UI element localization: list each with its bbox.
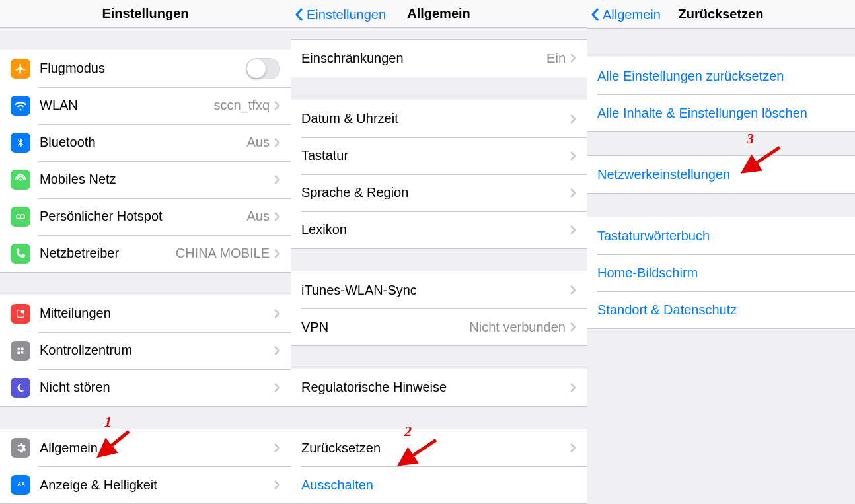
chevron-right-icon: [570, 382, 576, 393]
svg-rect-5: [17, 351, 20, 354]
airplane-switch[interactable]: [246, 58, 280, 79]
row-reset-keyboard-dict[interactable]: Tastaturwörterbuch: [587, 217, 855, 254]
svg-point-0: [17, 215, 20, 219]
chevron-right-icon: [274, 308, 280, 319]
row-label: Einschränkungen: [301, 51, 546, 66]
row-label: Flugmodus: [40, 61, 246, 76]
row-dnd[interactable]: Nicht stören: [0, 369, 291, 406]
reset-group-2: Netzwerkeinstellungen: [587, 155, 855, 194]
row-label: Sprache & Region: [301, 185, 570, 200]
row-label: WLAN: [40, 98, 214, 113]
back-button[interactable]: Allgemein: [591, 0, 661, 29]
chevron-right-icon: [274, 174, 280, 185]
row-lexicon[interactable]: Lexikon: [291, 211, 587, 248]
chevron-right-icon: [274, 137, 280, 148]
chevron-right-icon: [274, 443, 280, 453]
row-datetime[interactable]: Datum & Uhrzeit: [291, 100, 587, 137]
row-value: CHINA MOBILE: [176, 246, 270, 261]
back-label: Einstellungen: [307, 7, 386, 22]
reset-group-3: Tastaturwörterbuch Home-Bildschirm Stand…: [587, 217, 855, 329]
group-restrictions: Einschränkungen Ein: [291, 39, 587, 77]
carrier-icon: [11, 244, 30, 264]
wifi-icon: [11, 96, 30, 116]
row-label: iTunes-WLAN-Sync: [301, 283, 570, 298]
group-connectivity: Flugmodus WLAN sccn_tfxq Bluetooth Aus: [0, 50, 291, 273]
row-label: Home-Bildschirm: [597, 266, 844, 281]
row-carrier[interactable]: Netzbetreiber CHINA MOBILE: [0, 235, 291, 272]
row-cellular[interactable]: Mobiles Netz: [0, 161, 291, 198]
row-label: Tastatur: [301, 148, 570, 163]
settings-panel: Einstellungen Flugmodus WLAN sccn_tfxq: [0, 0, 291, 504]
chevron-right-icon: [570, 114, 576, 124]
bluetooth-icon: [11, 133, 30, 153]
back-label: Allgemein: [603, 7, 661, 22]
row-reset-homescreen[interactable]: Home-Bildschirm: [587, 254, 855, 291]
reset-group-1: Alle Einstellungen zurücksetzen Alle Inh…: [587, 57, 855, 132]
svg-text:AA: AA: [17, 482, 25, 487]
row-vpn[interactable]: VPN Nicht verbunden: [291, 308, 587, 345]
notifications-icon: [11, 304, 30, 324]
back-button[interactable]: Einstellungen: [295, 0, 386, 29]
row-reset-location[interactable]: Standort & Datenschutz: [587, 291, 855, 328]
svg-point-6: [21, 351, 24, 354]
chevron-right-icon: [570, 285, 576, 295]
row-value: Aus: [247, 209, 270, 224]
general-icon: [11, 438, 30, 458]
row-display[interactable]: AA Anzeige & Helligkeit: [0, 466, 291, 503]
row-label: Lexikon: [301, 222, 570, 237]
chevron-right-icon: [274, 100, 280, 111]
row-language[interactable]: Sprache & Region: [291, 174, 587, 211]
chevron-right-icon: [274, 382, 280, 393]
row-label: Alle Einstellungen zurücksetzen: [597, 69, 844, 84]
row-label: Mitteilungen: [40, 306, 274, 321]
row-label: VPN: [301, 320, 469, 335]
row-reset-network[interactable]: Netzwerkeinstellungen: [587, 156, 855, 193]
row-keyboard[interactable]: Tastatur: [291, 137, 587, 174]
row-airplane[interactable]: Flugmodus: [0, 50, 291, 87]
row-erase-all[interactable]: Alle Inhalte & Einstellungen löschen: [587, 94, 855, 131]
row-label: Regulatorische Hinweise: [301, 380, 570, 395]
row-label: Persönlicher Hotspot: [40, 209, 247, 224]
row-bluetooth[interactable]: Bluetooth Aus: [0, 124, 291, 161]
row-general[interactable]: Allgemein: [0, 429, 291, 466]
chevron-right-icon: [570, 53, 576, 63]
row-regulatory[interactable]: Regulatorische Hinweise: [291, 369, 587, 406]
group-itunes: iTunes-WLAN-Sync VPN Nicht verbunden: [291, 271, 587, 346]
row-wlan[interactable]: WLAN sccn_tfxq: [0, 87, 291, 124]
row-notifications[interactable]: Mitteilungen: [0, 295, 291, 332]
hotspot-icon: [11, 207, 30, 227]
chevron-right-icon: [570, 151, 576, 161]
svg-point-4: [17, 347, 20, 350]
page-title: Einstellungen: [102, 6, 188, 21]
row-reset-all-settings[interactable]: Alle Einstellungen zurücksetzen: [587, 57, 855, 94]
row-value: Ein: [546, 51, 566, 66]
row-reset[interactable]: Zurücksetzen: [291, 429, 587, 466]
row-hotspot[interactable]: Persönlicher Hotspot Aus: [0, 198, 291, 235]
row-label: Allgemein: [40, 441, 274, 456]
row-label: Nicht stören: [40, 380, 274, 395]
row-label: Ausschalten: [301, 478, 576, 493]
chevron-right-icon: [274, 345, 280, 356]
row-restrictions[interactable]: Einschränkungen Ein: [291, 40, 587, 77]
row-label: Kontrollzentrum: [40, 343, 274, 358]
row-label: Anzeige & Helligkeit: [40, 478, 274, 493]
cellular-icon: [11, 170, 30, 190]
row-shutdown[interactable]: Ausschalten: [291, 466, 587, 503]
group-reset: Zurücksetzen Ausschalten: [291, 429, 587, 504]
chevron-right-icon: [570, 443, 576, 453]
group-general: Allgemein AA Anzeige & Helligkeit: [0, 429, 291, 504]
row-itunes-sync[interactable]: iTunes-WLAN-Sync: [291, 271, 587, 308]
page-title: Zurücksetzen: [679, 7, 764, 22]
row-label: Zurücksetzen: [301, 441, 570, 456]
header-reset: Allgemein Zurücksetzen: [587, 0, 855, 29]
row-value: Nicht verbunden: [469, 320, 566, 335]
airplane-icon: [11, 59, 30, 79]
row-value: Aus: [247, 135, 270, 150]
reset-panel: Allgemein Zurücksetzen Alle Einstellunge…: [587, 0, 855, 504]
svg-point-3: [21, 310, 24, 313]
row-label: Mobiles Netz: [40, 172, 274, 187]
row-label: Netzbetreiber: [40, 246, 176, 261]
row-control-center[interactable]: Kontrollzentrum: [0, 332, 291, 369]
chevron-right-icon: [274, 480, 280, 490]
row-label: Bluetooth: [40, 135, 247, 150]
